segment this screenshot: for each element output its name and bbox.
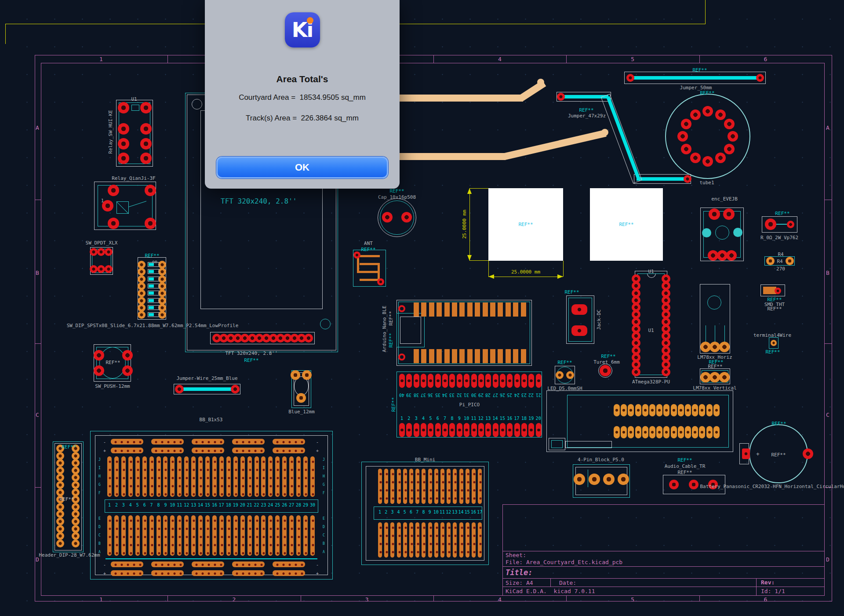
- bbmini-column-number: 4: [397, 510, 400, 514]
- pad: [574, 474, 585, 485]
- bb53-column-bar: [114, 456, 119, 497]
- frame-col-number: 1: [99, 56, 103, 62]
- bb53-rail-bar: [273, 570, 305, 576]
- connector-pad: [685, 426, 691, 438]
- tft-ref: REF**: [244, 358, 258, 363]
- copper-trace-b: [398, 153, 506, 160]
- bb53-row-letter: B: [323, 542, 325, 546]
- bb53-column-number: 13: [191, 503, 196, 507]
- frame-tick: [167, 596, 168, 601]
- pad: [766, 257, 775, 265]
- bbmini-column-number: 17: [477, 510, 482, 514]
- relay-pin1-label: 1: [101, 199, 104, 203]
- bb53-column-number: 1: [108, 503, 111, 507]
- arduino-pad: [444, 303, 450, 317]
- ok-button[interactable]: OK: [216, 157, 388, 179]
- bb53-row-letter: F: [323, 492, 325, 495]
- pad: [302, 370, 312, 380]
- bb53-divider-track: [106, 558, 317, 559]
- bb53-rail-sign: -: [103, 563, 106, 567]
- pico-pin-number: 2: [407, 416, 410, 421]
- pad: [118, 138, 129, 149]
- pico-pin-number: 27: [493, 393, 498, 397]
- pad: [94, 350, 104, 361]
- frame-tick: [35, 343, 41, 344]
- bb53-rail-sign: -: [316, 563, 319, 567]
- pico-pad: [478, 423, 484, 437]
- bb53-rail-bar: [192, 570, 224, 576]
- r0-ref: REF**: [775, 211, 789, 216]
- bb53-column-bar: [142, 515, 147, 556]
- lm-horiz-leg: [706, 325, 706, 343]
- sw-dip-pad: [138, 275, 146, 283]
- connector-pad: [614, 426, 620, 438]
- pico-pad: [493, 374, 498, 388]
- sw-push-label: SW_PUSH-12mm: [95, 384, 130, 389]
- frame-tick: [301, 596, 301, 601]
- bbmini-column-bar: [478, 469, 482, 504]
- pico-pin-number: 4: [422, 416, 425, 421]
- connector-pad: [706, 404, 713, 416]
- titleblock-date: Date:: [559, 580, 576, 586]
- bbmini-column-bar: [447, 522, 451, 558]
- dim-ext: [469, 188, 488, 189]
- connector-courtyard: [567, 395, 729, 448]
- pico-pin-number: 34: [442, 393, 447, 397]
- jumper25-track: [179, 387, 235, 391]
- pad: [90, 265, 98, 273]
- bb53-column-bar: [121, 456, 126, 497]
- bbmini-column-bar: [397, 522, 401, 558]
- pad: [105, 248, 113, 256]
- connector-pad: [671, 426, 677, 438]
- titleblock-line: [502, 551, 825, 551]
- arduino-pad: [475, 303, 480, 317]
- bb53-column-number: 28: [296, 503, 301, 507]
- bbmini-column-bar: [415, 469, 419, 504]
- turet-label: Turet_6mm: [593, 360, 620, 364]
- bb53-column-bar: [310, 515, 315, 556]
- tube-pad: [681, 144, 691, 154]
- frame-tick: [825, 200, 832, 200]
- pad: [803, 448, 813, 459]
- titleblock-id: Id: 1/1: [761, 588, 785, 594]
- pad: [723, 208, 735, 220]
- jumper50-label: Jumper_50mm: [680, 85, 712, 90]
- ant-label: ANT: [364, 241, 373, 246]
- bbmini-column-number: 2: [385, 510, 387, 514]
- bb53-column-bar: [114, 515, 119, 556]
- pad: [557, 93, 565, 101]
- arduino-usb-outline: [400, 317, 421, 344]
- bb53-rail-bar: [111, 570, 143, 576]
- pad: [709, 208, 720, 220]
- bbmini-column-bar: [422, 522, 426, 558]
- courtyard-area-line: Courtyard Area = 18534.9505 sq_mm: [205, 93, 400, 102]
- pico-pin-number: 6: [437, 416, 439, 421]
- bb53-column-bar: [289, 456, 294, 497]
- bb53-column-number: 14: [198, 503, 203, 507]
- pico-pin-number: 16: [507, 416, 512, 421]
- pin-block-key-line: [588, 470, 588, 487]
- connector-pad: [699, 426, 705, 438]
- arduino-label: Arduino_Nano_BLE: [382, 306, 387, 352]
- terminal-ref: REF**: [765, 350, 780, 354]
- sw-dip-pad: [158, 297, 166, 305]
- page-edge-right: [705, 0, 706, 24]
- bb53-row-letter: I: [98, 467, 101, 470]
- bb53-row-letter: E: [98, 517, 101, 521]
- bbmini-column-bar: [472, 469, 476, 504]
- pad: [401, 212, 412, 222]
- connector-pad: [663, 404, 669, 416]
- bb53-row-letter: C: [323, 534, 325, 537]
- lm-vert-label: LM78xx_Vertical: [693, 386, 736, 390]
- pad: [145, 185, 156, 196]
- sw-dip-pad: [138, 297, 146, 305]
- atmega-refdes-inner: U1: [648, 328, 654, 333]
- sw-dip-on-label: on: [152, 260, 157, 264]
- sw-dip-pad: [158, 261, 166, 269]
- bb53-rail-bar: [111, 561, 143, 567]
- bb53-column-bar: [261, 515, 266, 556]
- tft-hole-bottomright: [320, 319, 331, 329]
- bbmini-column-bar: [384, 469, 388, 504]
- bb53-rail-bar: [151, 448, 184, 453]
- pcb-canvas[interactable]: U1 Relay_SW_HUI-KE Relay_QianJi-3F 1 SW_…: [0, 0, 844, 616]
